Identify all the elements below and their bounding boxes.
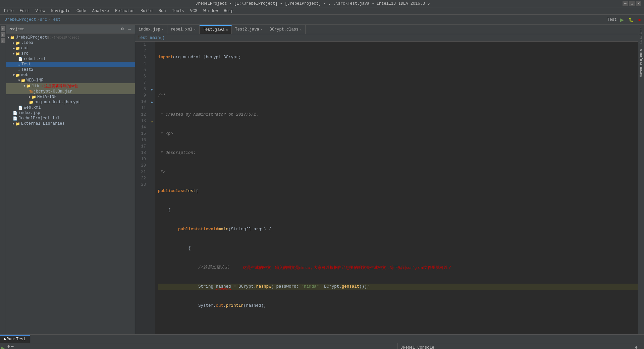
run-output-panel: ⚙ ─ F:\java\jdk\bin\java ... $2a$10$Zqzx… xyxy=(6,343,397,349)
project-collapse-button[interactable]: ─ xyxy=(127,26,132,32)
tree-item-lib[interactable]: ▼ 📁 lib ← 这是需要导导的jar包 xyxy=(6,83,135,89)
jar-annotation-arrow: ← xyxy=(42,84,44,89)
menu-help[interactable]: Help xyxy=(221,8,236,14)
tree-item-rebelxml[interactable]: 📄 rebel.xml xyxy=(6,56,135,62)
tree-item-iml[interactable]: 📄 JrebelProject.iml xyxy=(6,116,135,121)
code-editor[interactable]: 1 2 3 4 5 6 7 8 9 10 11 12 13 14 15 16 1… xyxy=(135,42,638,334)
database-label[interactable]: Database xyxy=(639,26,644,45)
tree-item-test2[interactable]: ☕ Test2 xyxy=(6,67,135,72)
tree-item-webinf[interactable]: ▼ 📁 WEB-INF xyxy=(6,78,135,83)
maven-label[interactable]: Maven Projects xyxy=(639,48,644,78)
menu-file[interactable]: File xyxy=(1,8,16,14)
tree-item-webxml[interactable]: 📄 web.xml xyxy=(6,105,135,110)
menu-view[interactable]: View xyxy=(33,8,48,14)
tree-item-jrebelproject[interactable]: ▼ 📁 JrebelProject E:\JrebelProject xyxy=(6,35,135,40)
gutter: ▶ ▶ ⚠ xyxy=(149,42,155,334)
menu-tools[interactable]: Tools xyxy=(169,8,187,14)
tab-indexjsp[interactable]: index.jsp ✕ xyxy=(135,25,167,34)
run-toolbar: ⚙ ─ xyxy=(6,343,397,349)
jrebel-title: JRebel Console xyxy=(400,345,434,349)
tree-item-test[interactable]: ☕ Test xyxy=(6,62,135,67)
code-line-9: { xyxy=(158,207,638,214)
tab-test2java[interactable]: Test2.java ✕ xyxy=(232,25,266,34)
run-button[interactable]: ▶ xyxy=(619,16,625,23)
method-bar: Test main() xyxy=(135,34,638,42)
tree-label: META-INF xyxy=(37,95,57,99)
restart-run-button[interactable]: ▶ xyxy=(0,345,5,349)
bottom-area: ▶ Run : Test ▶ ■ ⏸ 📊 📷 ⚙ ─ F:\java\jdk\b… xyxy=(0,334,644,349)
editor-area: index.jsp ✕ rebel.xml ✕ Test.java ✕ Test… xyxy=(135,25,638,334)
tree-item-metainf[interactable]: ▶ 📁 META-INF xyxy=(6,94,135,100)
breadcrumb-file[interactable]: Test xyxy=(51,17,61,22)
method-name[interactable]: main() xyxy=(150,36,165,40)
favorites-icon[interactable]: ★ xyxy=(1,38,5,43)
breadcrumb-sep1: › xyxy=(37,17,39,22)
run-tab-label: ▶ xyxy=(4,337,6,342)
tab-close-rebelxml[interactable]: ✕ xyxy=(194,27,196,32)
breadcrumb: JrebelProject › src › Test xyxy=(2,17,606,22)
tree-item-jbcrypt[interactable]: 🗜 jbcrypt-0.3m.jar xyxy=(6,89,135,94)
tab-bar: index.jsp ✕ rebel.xml ✕ Test.java ✕ Test… xyxy=(135,25,638,34)
menu-vcs[interactable]: VCS xyxy=(187,8,200,14)
method-class[interactable]: Test xyxy=(138,36,148,40)
tab-close-bcryptclass[interactable]: ✕ xyxy=(300,27,302,32)
run-config-label: Test xyxy=(607,17,617,22)
bottom-content: ▶ ■ ⏸ 📊 📷 ⚙ ─ F:\java\jdk\bin\java ... $… xyxy=(0,343,644,349)
menu-run[interactable]: Run xyxy=(156,8,169,14)
run-minimize-icon: ─ xyxy=(11,344,13,349)
tab-close-testjava[interactable]: ✕ xyxy=(226,28,228,32)
tree-item-mindrot[interactable]: 📁 org.mindrot.jbcrypt xyxy=(6,100,135,105)
close-button[interactable]: ✕ xyxy=(636,1,641,6)
code-line-7: */ xyxy=(158,169,638,175)
right-labels: Database Maven Projects xyxy=(638,25,644,334)
tree-detail: E:\JrebelProject xyxy=(47,36,79,40)
code-line-8: public class Test { xyxy=(158,188,638,194)
project-tree: ▼ 📁 JrebelProject E:\JrebelProject ▶ 📁 .… xyxy=(6,34,135,334)
menu-build[interactable]: Build xyxy=(138,8,155,14)
tab-close-indexjsp[interactable]: ✕ xyxy=(162,27,164,32)
tree-item-out[interactable]: ▶ 📁 out xyxy=(6,46,135,51)
tree-item-web[interactable]: ▼ 📁 web xyxy=(6,72,135,78)
tab-label: Test.java xyxy=(203,27,225,32)
tree-item-indexjsp[interactable]: 📄 index.jsp xyxy=(6,110,135,116)
tree-item-src[interactable]: ▼ 📁 src xyxy=(6,51,135,56)
tree-label: rebel.xml xyxy=(24,57,46,61)
tree-item-extlibs[interactable]: ▶ 📁 External Libraries xyxy=(6,121,135,126)
main-layout: P S ★ Project ⚙ ─ ▼ 📁 JrebelProject E:\J… xyxy=(0,25,644,334)
project-panel: Project ⚙ ─ ▼ 📁 JrebelProject E:\JrebelP… xyxy=(6,25,135,334)
jrebel-settings-icon[interactable]: ⚙ xyxy=(635,345,638,349)
debug-button[interactable]: 🐛 xyxy=(627,17,635,23)
menu-window[interactable]: Window xyxy=(201,8,220,14)
tree-label: .idea xyxy=(21,41,33,45)
menu-refactor[interactable]: Refactor xyxy=(112,8,137,14)
run-tab-name: Test xyxy=(16,337,26,342)
breadcrumb-project[interactable]: JrebelProject xyxy=(5,17,36,22)
menu-edit[interactable]: Edit xyxy=(17,8,32,14)
bottom-tab-run[interactable]: ▶ Run : Test xyxy=(0,335,30,343)
window-controls[interactable]: ─ □ ✕ xyxy=(623,1,641,6)
code-content[interactable]: import org.mindrot.jbcrypt.BCrypt; /** *… xyxy=(155,42,638,334)
tab-bcryptclass[interactable]: BCrypt.class ✕ xyxy=(266,25,306,34)
tab-rebelxml[interactable]: rebel.xml ✕ xyxy=(167,25,200,34)
project-icon[interactable]: P xyxy=(1,26,5,31)
menu-analyze[interactable]: Analyze xyxy=(90,8,112,14)
code-line-11: { xyxy=(158,245,638,252)
tab-close-test2java[interactable]: ✕ xyxy=(261,27,263,32)
menu-code[interactable]: Code xyxy=(74,8,89,14)
stop-button[interactable]: ■ xyxy=(637,17,642,23)
structure-icon[interactable]: S xyxy=(1,32,5,37)
maximize-button[interactable]: □ xyxy=(629,1,635,6)
tab-testjava[interactable]: Test.java ✕ xyxy=(200,25,232,34)
project-settings-button[interactable]: ⚙ xyxy=(119,26,125,32)
tree-label: External Libraries xyxy=(21,121,65,126)
jrebel-minimize-icon[interactable]: ─ xyxy=(639,345,641,349)
minimize-button[interactable]: ─ xyxy=(623,1,628,6)
jar-annotation-text: 这是需要导导的jar包 xyxy=(44,83,78,89)
tree-item-idea[interactable]: ▶ 📁 .idea xyxy=(6,40,135,46)
code-line-13: String hashed = BCrypt.hashpw( password:… xyxy=(158,284,638,290)
code-line-6: * Description: xyxy=(158,150,638,156)
breadcrumb-src[interactable]: src xyxy=(40,17,47,22)
tab-label: rebel.xml xyxy=(171,27,193,32)
code-line-2 xyxy=(158,73,638,80)
menu-navigate[interactable]: Navigate xyxy=(48,8,73,14)
